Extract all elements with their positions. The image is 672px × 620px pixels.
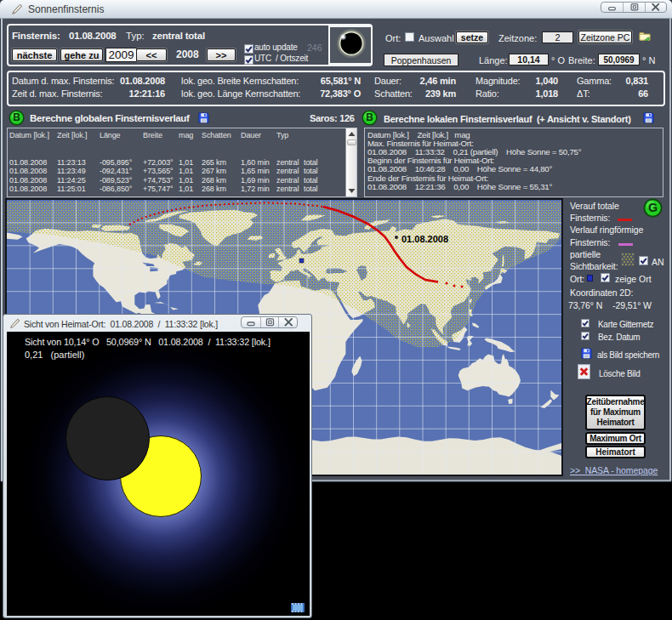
svg-text:01.08.2008: 01.08.2008: [401, 234, 448, 244]
svg-text:B: B: [13, 111, 20, 123]
svg-text:G: G: [648, 201, 658, 214]
svg-text:B: B: [366, 111, 373, 123]
